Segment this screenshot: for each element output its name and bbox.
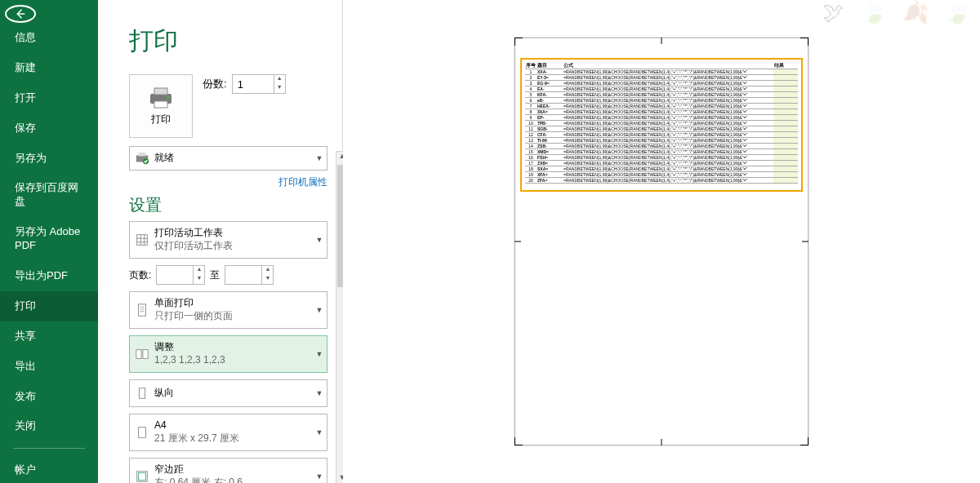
print-button-label: 打印	[151, 113, 171, 126]
rail-item-7[interactable]: 导出为PDF	[0, 261, 98, 291]
print-button[interactable]: 打印	[129, 74, 193, 138]
printer-properties-link[interactable]: 打印机属性	[129, 175, 327, 189]
pages-label: 页数:	[129, 268, 151, 282]
duplex-select[interactable]: 单面打印只打印一侧的页面 ▼	[129, 291, 327, 329]
table-row: 6eD-=RANDBETWEEN(1,99)&CHOOSE(RANDBETWEE…	[525, 97, 798, 103]
svg-rect-1	[154, 88, 167, 95]
page-from-input[interactable]	[157, 266, 193, 284]
print-what-select[interactable]: 打印活动工作表仅打印活动工作表 ▼	[129, 221, 327, 259]
svg-rect-12	[139, 304, 146, 316]
settings-heading: 设置	[129, 194, 327, 216]
copies-stepper[interactable]: ▲▼	[232, 74, 286, 94]
pages-to-label: 至	[210, 268, 220, 282]
printer-status: 就绪	[154, 152, 312, 165]
preview-table: 序号题目公式结果 1XXA-=RANDBETWEEN(1,99)&CHOOSE(…	[525, 63, 798, 184]
arrow-left-icon	[13, 7, 28, 21]
svg-point-3	[167, 95, 170, 98]
copies-down[interactable]: ▼	[274, 84, 285, 93]
margins-select[interactable]: 窄边距左: 0.64 厘米 右: 0.6… ▼	[129, 458, 327, 483]
collate-select[interactable]: 调整1,2,3 1,2,3 1,2,3 ▼	[129, 335, 327, 373]
rail-item-6[interactable]: 另存为 Adobe PDF	[0, 217, 98, 261]
page-to-input[interactable]	[225, 266, 261, 284]
chevron-down-icon: ▼	[312, 389, 327, 397]
rail-item-4[interactable]: 另存为	[0, 144, 98, 174]
rail-item-0[interactable]: 信息	[0, 23, 98, 53]
decorative-leaves: 🕊 🍃 🍂 🍃	[823, 0, 975, 25]
svg-rect-16	[136, 350, 141, 359]
table-row: 18SXA==RANDBETWEEN(1,99)&CHOOSE(RANDBETW…	[525, 166, 798, 171]
table-row: 13TI-86=RANDBETWEEN(1,99)&CHOOSE(RANDBET…	[525, 137, 798, 143]
table-row: 20ZFA==RANDBETWEEN(1,99)&CHOOSE(RANDBETW…	[525, 177, 798, 183]
svg-rect-2	[154, 101, 167, 108]
print-area-highlight: 序号题目公式结果 1XXA-=RANDBETWEEN(1,99)&CHOOSE(…	[520, 58, 803, 192]
svg-rect-17	[143, 350, 148, 359]
back-button[interactable]	[5, 5, 36, 23]
page-preview: 序号题目公式结果 1XXA-=RANDBETWEEN(1,99)&CHOOSE(…	[514, 38, 808, 445]
rail-item-1[interactable]: 新建	[0, 53, 98, 83]
table-row: 19XFA==RANDBETWEEN(1,99)&CHOOSE(RANDBETW…	[525, 171, 798, 177]
sheet-icon	[130, 233, 154, 247]
table-row: 9EP-=RANDBETWEEN(1,99)&CHOOSE(RANDBETWEE…	[525, 114, 798, 120]
svg-rect-5	[139, 153, 146, 157]
margins-icon	[130, 469, 154, 483]
rail-account[interactable]: 帐户	[0, 455, 98, 483]
rail-item-3[interactable]: 保存	[0, 113, 98, 144]
table-row: 107PB-=RANDBETWEEN(1,99)&CHOOSE(RANDBETW…	[525, 120, 798, 126]
print-settings-pane: 打印 打印 份数: ▲▼	[98, 0, 343, 483]
copies-label: 份数:	[203, 77, 227, 91]
chevron-down-icon: ▼	[312, 154, 327, 162]
printer-icon	[147, 86, 175, 109]
rail-item-8[interactable]: 打印	[0, 291, 98, 321]
rail-item-12[interactable]: 关闭	[0, 411, 98, 441]
printer-status-icon	[130, 151, 154, 166]
table-row: 83XA==RANDBETWEEN(1,99)&CHOOSE(RANDBETWE…	[525, 109, 798, 114]
copies-input[interactable]	[233, 75, 274, 93]
rail-item-9[interactable]: 共享	[0, 321, 98, 352]
rail-item-2[interactable]: 打开	[0, 83, 98, 113]
portrait-icon	[130, 386, 154, 401]
table-row: 3EG-9==RANDBETWEEN(1,99)&CHOOSE(RANDBETW…	[525, 80, 798, 86]
page-single-icon	[130, 303, 154, 317]
svg-rect-18	[139, 388, 145, 399]
page-to-stepper[interactable]: ▲▼	[225, 265, 274, 285]
table-row: 14ZSB-=RANDBETWEEN(1,99)&CHOOSE(RANDBETW…	[525, 143, 798, 148]
copies-up[interactable]: ▲	[274, 75, 285, 84]
table-row: 16FSH==RANDBETWEEN(1,99)&CHOOSE(RANDBETW…	[525, 154, 798, 160]
page-title: 打印	[129, 24, 342, 58]
rail-item-10[interactable]: 导出	[0, 352, 98, 382]
table-row: 11SGB-=RANDBETWEEN(1,99)&CHOOSE(RANDBETW…	[525, 126, 798, 131]
print-preview-pane: 🕊 🍃 🍂 🍃 序号题目公式结果 1XXA-=RANDBETWEEN(1,99)…	[343, 0, 980, 483]
table-row: 4EA-=RANDBETWEEN(1,99)&CHOOSE(RANDBETWEE…	[525, 86, 798, 91]
collate-icon	[130, 347, 154, 361]
chevron-down-icon: ▼	[312, 428, 327, 436]
table-row: 1XXA-=RANDBETWEEN(1,99)&CHOOSE(RANDBETWE…	[525, 69, 798, 74]
rail-item-5[interactable]: 保存到百度网盘	[0, 173, 98, 217]
chevron-down-icon: ▼	[312, 236, 327, 244]
table-row: 12CFA-=RANDBETWEEN(1,99)&CHOOSE(RANDBETW…	[525, 131, 798, 137]
table-row: 17ZXB==RANDBETWEEN(1,99)&CHOOSE(RANDBETW…	[525, 160, 798, 166]
rail-item-11[interactable]: 发布	[0, 382, 98, 412]
table-row: 7HEEA-=RANDBETWEEN(1,99)&CHOOSE(RANDBETW…	[525, 103, 798, 109]
table-row: 5KFA-=RANDBETWEEN(1,99)&CHOOSE(RANDBETWE…	[525, 91, 798, 97]
svg-rect-19	[139, 428, 146, 438]
backstage-nav: 信息新建打开保存另存为保存到百度网盘另存为 Adobe PDF导出为PDF打印共…	[0, 0, 98, 483]
paper-size-select[interactable]: A421 厘米 x 29.7 厘米 ▼	[129, 414, 327, 451]
chevron-down-icon: ▼	[312, 306, 327, 314]
paper-icon	[130, 425, 154, 440]
chevron-down-icon: ▼	[312, 472, 327, 481]
printer-select[interactable]: 就绪 ▼	[129, 146, 327, 171]
chevron-down-icon: ▼	[312, 350, 327, 358]
table-row: 2EY-3==RANDBETWEEN(1,99)&CHOOSE(RANDBETW…	[525, 74, 798, 80]
page-from-stepper[interactable]: ▲▼	[156, 265, 205, 285]
svg-rect-7	[137, 235, 148, 246]
table-row: 15XMD==RANDBETWEEN(1,99)&CHOOSE(RANDBETW…	[525, 148, 798, 154]
orientation-select[interactable]: 纵向 ▼	[129, 379, 327, 407]
